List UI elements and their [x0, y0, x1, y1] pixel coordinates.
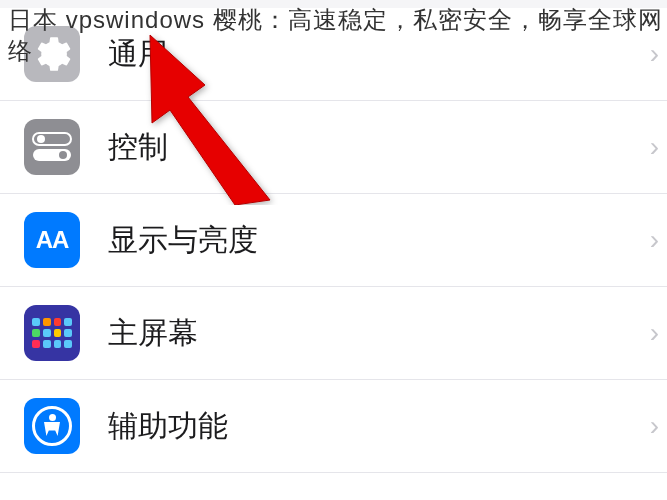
home-grid-icon [24, 305, 80, 361]
aa-icon: AA [24, 212, 80, 268]
overlay-title: 日本 vpswindows 樱桃：高速稳定，私密安全，畅享全球网络 [8, 4, 667, 66]
settings-item-home-screen[interactable]: 主屏幕 › [0, 287, 667, 380]
settings-item-display-brightness[interactable]: AA 显示与亮度 › [0, 194, 667, 287]
item-label: 辅助功能 [108, 406, 650, 447]
svg-point-3 [59, 151, 67, 159]
item-label: 显示与亮度 [108, 220, 650, 261]
svg-point-1 [37, 135, 45, 143]
item-label: 主屏幕 [108, 313, 650, 354]
chevron-right-icon: › [650, 131, 659, 163]
settings-item-control-center[interactable]: 控制 › [0, 101, 667, 194]
chevron-right-icon: › [650, 410, 659, 442]
chevron-right-icon: › [650, 224, 659, 256]
settings-item-accessibility[interactable]: 辅助功能 › [0, 380, 667, 473]
chevron-right-icon: › [650, 317, 659, 349]
settings-list: 通用 › 控制 › AA 显示与亮度 › 主屏幕 [0, 0, 667, 473]
item-label: 控制 [108, 127, 650, 168]
accessibility-icon [24, 398, 80, 454]
toggle-icon [24, 119, 80, 175]
